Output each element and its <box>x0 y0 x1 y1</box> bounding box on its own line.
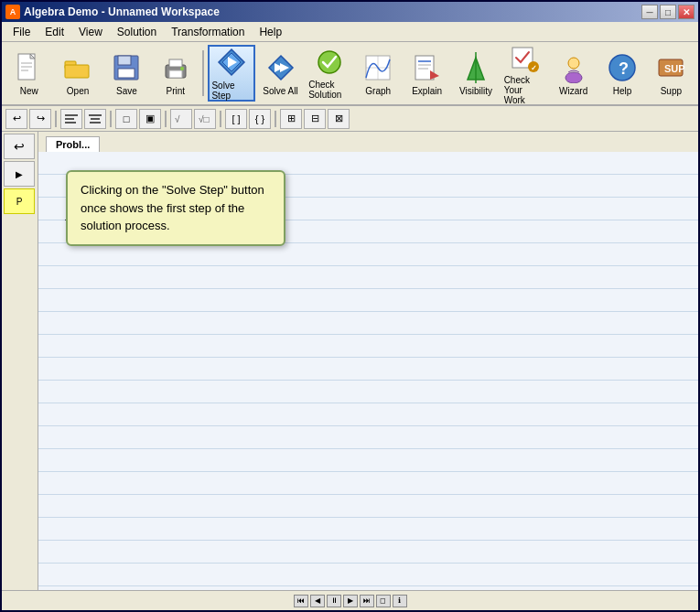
mc-pause-button[interactable]: ⏸ <box>327 595 341 607</box>
supp-label: Supp <box>661 86 682 96</box>
redo-button[interactable]: ↪ <box>29 109 51 129</box>
svg-rect-12 <box>169 70 182 78</box>
window-controls: ─ □ ✕ <box>641 5 695 19</box>
problem-tab[interactable]: Probl... <box>46 136 100 152</box>
bracket-btn[interactable]: [ ] <box>225 109 247 129</box>
tab-bar: Probl... <box>38 132 698 152</box>
maximize-button[interactable]: □ <box>660 5 676 19</box>
help-button[interactable]: ? Help <box>598 45 645 102</box>
left-btn2[interactable]: ▶ <box>4 161 35 187</box>
undo-button[interactable]: ↩ <box>5 109 27 129</box>
print-icon <box>159 51 192 84</box>
graph-label: Graph <box>365 86 391 96</box>
svg-point-20 <box>318 51 340 73</box>
solve-all-button[interactable]: Solve All <box>257 45 304 102</box>
mc-first-button[interactable]: ⏮ <box>294 595 308 607</box>
left-undo-btn[interactable]: ↩ <box>4 134 35 159</box>
svg-text:√□: √□ <box>199 114 210 124</box>
align-center-btn[interactable] <box>84 109 106 129</box>
tb2-sep4 <box>220 111 221 127</box>
title-bar: A Algebra Demo - Unnamed Workspace ─ □ ✕ <box>2 2 698 22</box>
new-label: New <box>20 86 38 96</box>
mc-next-button[interactable]: ⏭ <box>360 595 374 607</box>
wizard-label: Wizard <box>559 86 587 96</box>
left-btn3[interactable]: P <box>4 188 35 214</box>
svg-rect-45 <box>90 122 101 123</box>
workspace[interactable]: Clicking on the "Solve Step" button once… <box>38 152 698 590</box>
solve-step-label: Solve Step <box>211 81 251 101</box>
box2-btn[interactable]: ▣ <box>139 109 161 129</box>
tb2-sep3 <box>165 111 167 127</box>
explain-button[interactable]: Explain <box>404 45 450 102</box>
supp-button[interactable]: SUP Supp <box>648 45 695 102</box>
solve-step-icon <box>215 46 248 79</box>
tb2-sep5 <box>275 111 276 127</box>
svg-text:SUP: SUP <box>664 63 685 74</box>
menu-file[interactable]: File <box>5 24 38 40</box>
check-your-work-icon: ✓ <box>508 42 541 73</box>
check-solution-button[interactable]: Check Solution <box>306 45 352 102</box>
svg-point-13 <box>180 67 184 70</box>
visibility-label: Visibility <box>459 86 492 96</box>
mc-prev-button[interactable]: ◀ <box>310 595 325 607</box>
main-toolbar: New Open Save <box>2 42 698 106</box>
svg-point-35 <box>565 72 582 83</box>
content-area: ↩ ▶ P Probl... Clicking on the "Solve St… <box>2 132 698 590</box>
menu-bar: File Edit View Solution Transformation H… <box>2 22 698 42</box>
tooltip-popup: Clicking on the "Solve Step" button once… <box>66 170 285 246</box>
new-button[interactable]: New <box>5 45 52 102</box>
svg-rect-43 <box>89 114 102 116</box>
visibility-button[interactable]: Visibility <box>452 45 499 102</box>
svg-text:✓: ✓ <box>531 64 537 72</box>
visibility-icon <box>459 51 492 84</box>
explain-label: Explain <box>412 86 442 96</box>
graph-button[interactable]: Graph <box>355 45 402 102</box>
svg-rect-40 <box>65 114 78 116</box>
box-btn[interactable]: □ <box>115 109 137 129</box>
toolbar-separator-1 <box>202 50 204 96</box>
check-solution-icon <box>313 47 346 78</box>
check-your-work-button[interactable]: ✓ Check Your Work <box>501 45 548 102</box>
menu-solution[interactable]: Solution <box>110 24 164 40</box>
media-controls: ⏮ ◀ ⏸ ▶ ⏭ ◻ ℹ <box>294 595 407 607</box>
print-button[interactable]: Print <box>152 45 199 102</box>
svg-text:√: √ <box>175 114 180 124</box>
svg-rect-42 <box>65 122 76 123</box>
window-title: Algebra Demo - Unnamed Workspace <box>24 5 220 18</box>
expr-btn[interactable]: √ <box>170 109 192 129</box>
menu-help[interactable]: Help <box>252 24 289 40</box>
svg-rect-41 <box>65 118 74 120</box>
align-left-btn[interactable] <box>60 109 82 129</box>
graph-icon <box>361 51 394 84</box>
open-icon <box>61 51 94 84</box>
grid2-btn[interactable]: ⊟ <box>304 109 326 129</box>
close-button[interactable]: ✕ <box>678 5 695 19</box>
help-label: Help <box>613 86 632 96</box>
svg-rect-11 <box>169 59 182 67</box>
mc-play-button[interactable]: ▶ <box>343 595 358 607</box>
grid-btn[interactable]: ⊞ <box>280 109 302 129</box>
minimize-button[interactable]: ─ <box>641 5 658 19</box>
check-solution-label: Check Solution <box>308 80 350 100</box>
save-button[interactable]: Save <box>103 45 150 102</box>
mc-stop-button[interactable]: ◻ <box>376 595 391 607</box>
svg-rect-6 <box>65 65 89 78</box>
solve-step-button[interactable]: Solve Step <box>208 45 254 102</box>
svg-rect-9 <box>118 69 135 78</box>
menu-transformation[interactable]: Transformation <box>164 24 252 40</box>
open-label: Open <box>67 86 89 96</box>
save-label: Save <box>116 86 137 96</box>
wizard-button[interactable]: Wizard <box>550 45 597 102</box>
open-button[interactable]: Open <box>54 45 101 102</box>
explain-icon <box>411 51 444 84</box>
expr2-btn[interactable]: √□ <box>194 109 216 129</box>
grid3-btn[interactable]: ⊠ <box>328 109 350 129</box>
app-icon: A <box>5 5 20 19</box>
status-bar: ⏮ ◀ ⏸ ▶ ⏭ ◻ ℹ <box>2 590 698 610</box>
curly-btn[interactable]: { } <box>249 109 271 129</box>
menu-view[interactable]: View <box>71 24 110 40</box>
menu-edit[interactable]: Edit <box>38 24 71 40</box>
mc-info-button[interactable]: ℹ <box>393 595 407 607</box>
supp-icon: SUP <box>654 51 687 84</box>
svg-rect-44 <box>91 118 100 120</box>
